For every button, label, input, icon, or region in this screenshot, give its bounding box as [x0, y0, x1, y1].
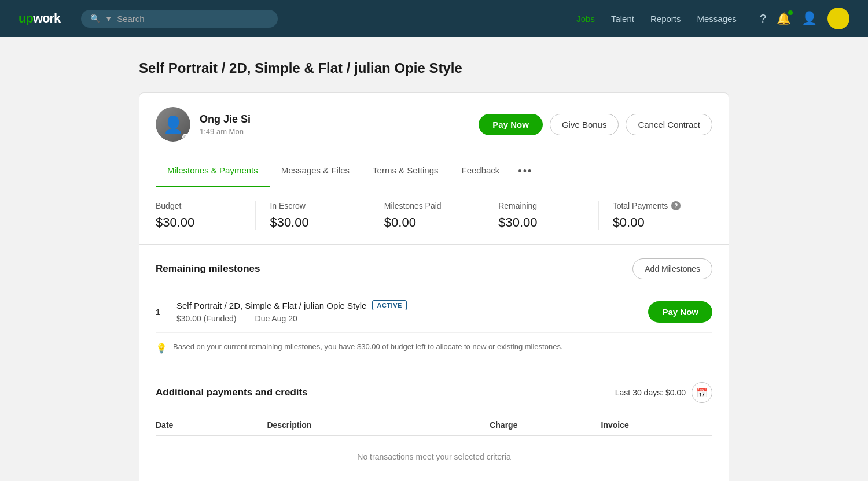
additional-payments-section: Additional payments and credits Last 30 …: [139, 368, 729, 481]
nav-link-reports[interactable]: Reports: [650, 14, 681, 24]
nav-link-messages[interactable]: Messages: [697, 14, 737, 24]
stats-section: Budget $30.00 In Escrow $30.00 Milestone…: [139, 187, 729, 245]
nav-links: Jobs Talent Reports Messages: [576, 14, 737, 24]
budget-note-text: Based on your current remaining mileston…: [173, 342, 563, 351]
notification-icon[interactable]: 🔔: [777, 12, 791, 25]
search-input[interactable]: [117, 14, 269, 24]
stat-total-payments-value: $0.00: [613, 215, 698, 230]
tabs: Milestones & Payments Messages & Files T…: [139, 156, 729, 187]
add-milestones-button[interactable]: Add Milestones: [632, 258, 712, 279]
bulb-icon: 💡: [156, 343, 167, 354]
table-header-description: Description: [267, 420, 490, 430]
account-icon[interactable]: 👤: [801, 11, 817, 26]
cancel-contract-button[interactable]: Cancel Contract: [626, 114, 712, 135]
tab-more-icon[interactable]: •••: [511, 156, 539, 187]
stat-remaining-value: $30.00: [498, 215, 584, 230]
stat-budget: Budget $30.00: [156, 201, 256, 230]
status-dot: [182, 134, 189, 140]
stat-budget-label: Budget: [156, 201, 241, 210]
milestone-name: Self Portrait / 2D, Simple & Flat / juli…: [176, 300, 639, 310]
stat-escrow-value: $30.00: [270, 215, 355, 230]
calendar-icon: 📅: [696, 387, 708, 398]
milestone-funded: $30.00 (Funded): [176, 314, 237, 323]
milestone-pay-now-button[interactable]: Pay Now: [648, 301, 712, 323]
table-empty-message: No transactions meet your selected crite…: [156, 436, 712, 478]
stat-escrow: In Escrow $30.00: [256, 201, 370, 230]
nav-link-talent[interactable]: Talent: [611, 14, 634, 24]
table-header-charge: Charge: [490, 420, 601, 430]
profile-section: 👤 Ong Jie Si 1:49 am Mon Pay Now Give Bo…: [139, 93, 729, 156]
page-content: Self Portrait / 2D, Simple & Flat / juli…: [127, 37, 741, 481]
stat-milestones-paid-value: $0.00: [384, 215, 470, 230]
search-dropdown-icon[interactable]: ▼: [105, 14, 112, 23]
total-payments-info-icon[interactable]: ?: [671, 201, 681, 210]
stat-budget-value: $30.00: [156, 215, 241, 230]
profile-timestamp: 1:49 am Mon: [200, 127, 469, 136]
give-bonus-button[interactable]: Give Bonus: [550, 114, 619, 135]
budget-note: 💡 Based on your current remaining milest…: [156, 333, 712, 354]
stat-remaining: Remaining $30.00: [484, 201, 598, 230]
notification-dot: [788, 10, 793, 15]
stat-escrow-label: In Escrow: [270, 201, 355, 210]
table-header-date: Date: [156, 420, 267, 430]
milestones-header: Remaining milestones Add Milestones: [156, 258, 712, 279]
tab-milestones-payments[interactable]: Milestones & Payments: [156, 156, 270, 187]
tab-feedback[interactable]: Feedback: [450, 156, 511, 187]
stat-total-payments-label: Total Payments ?: [613, 201, 698, 210]
milestone-active-badge: ACTIVE: [372, 300, 406, 310]
tab-messages-files[interactable]: Messages & Files: [270, 156, 361, 187]
milestone-meta: $30.00 (Funded) Due Aug 20: [176, 314, 639, 323]
navbar: upwork 🔍 ▼ Jobs Talent Reports Messages …: [0, 0, 868, 37]
contract-card: 👤 Ong Jie Si 1:49 am Mon Pay Now Give Bo…: [139, 92, 729, 481]
nav-link-jobs[interactable]: Jobs: [576, 14, 595, 24]
page-title: Self Portrait / 2D, Simple & Flat / juli…: [139, 60, 729, 76]
milestone-due: Due Aug 20: [255, 314, 297, 323]
avatar[interactable]: [827, 8, 849, 29]
profile-avatar: 👤: [156, 107, 190, 142]
table-header: Date Description Charge Invoice: [156, 415, 712, 436]
stat-milestones-paid: Milestones Paid $0.00: [370, 201, 484, 230]
tab-terms-settings[interactable]: Terms & Settings: [361, 156, 450, 187]
profile-actions: Pay Now Give Bonus Cancel Contract: [479, 114, 712, 135]
nav-icons: ? 🔔 👤: [760, 8, 849, 29]
stat-total-payments: Total Payments ? $0.00: [599, 201, 712, 230]
last30-label: Last 30 days: $0.00: [615, 388, 686, 397]
milestones-title: Remaining milestones: [156, 263, 260, 275]
table-header-invoice: Invoice: [601, 420, 712, 430]
upwork-logo[interactable]: upwork: [19, 11, 60, 26]
profile-name: Ong Jie Si: [200, 113, 469, 125]
search-bar[interactable]: 🔍 ▼: [81, 10, 278, 28]
stat-remaining-label: Remaining: [498, 201, 584, 210]
profile-info: Ong Jie Si 1:49 am Mon: [200, 113, 469, 136]
milestone-details: Self Portrait / 2D, Simple & Flat / juli…: [176, 300, 639, 323]
additional-payments-title: Additional payments and credits: [156, 387, 308, 398]
milestone-number: 1: [156, 307, 167, 317]
pay-now-button[interactable]: Pay Now: [479, 114, 543, 135]
search-icon: 🔍: [90, 14, 100, 23]
calendar-button[interactable]: 📅: [692, 382, 712, 403]
stat-milestones-paid-label: Milestones Paid: [384, 201, 470, 210]
milestone-row: 1 Self Portrait / 2D, Simple & Flat / ju…: [156, 291, 712, 333]
help-icon[interactable]: ?: [760, 12, 766, 25]
milestones-section: Remaining milestones Add Milestones 1 Se…: [139, 245, 729, 368]
last30-summary: Last 30 days: $0.00 📅: [615, 382, 712, 403]
additional-payments-header: Additional payments and credits Last 30 …: [156, 382, 712, 403]
